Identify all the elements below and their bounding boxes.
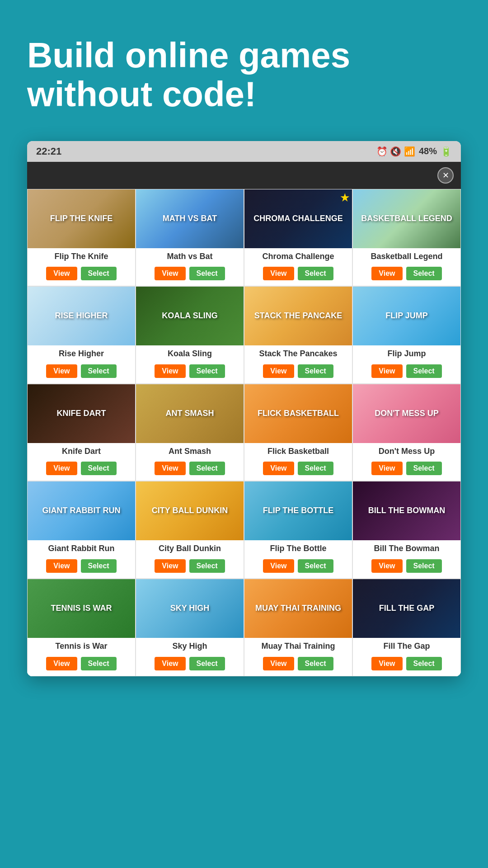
view-button-bill-bowman[interactable]: View [371, 559, 402, 573]
game-name-flip-bottle: Flip The Bottle [268, 540, 328, 556]
status-bar: 22:21 ⏰ 🔇 📶 48% 🔋 [27, 141, 461, 162]
game-thumb-dont-mess: DON'T MESS UP [353, 384, 460, 443]
view-button-koala[interactable]: View [155, 364, 185, 378]
view-button-chroma[interactable]: View [263, 267, 294, 280]
select-button-flip-jump[interactable]: Select [406, 364, 442, 378]
game-thumb-bill-bowman: BILL THE BOWMAN [353, 481, 460, 540]
select-button-muay-thai[interactable]: Select [298, 657, 333, 670]
game-buttons-stack-pancake: View Select [259, 361, 337, 383]
select-button-rise-higher[interactable]: Select [81, 364, 117, 378]
select-button-bill-bowman[interactable]: Select [406, 559, 442, 573]
game-name-chroma: Chroma Challenge [260, 248, 336, 264]
game-buttons-flip-jump: View Select [368, 361, 445, 383]
view-button-knife-dart[interactable]: View [46, 462, 77, 475]
game-card-flick-basketball: FLICK BASKETBALL Flick Basketball View S… [244, 384, 352, 481]
view-button-rise-higher[interactable]: View [46, 364, 77, 378]
game-thumb-text-city-ball: CITY BALL DUNKIN [148, 503, 231, 519]
game-name-flick-basketball: Flick Basketball [266, 443, 331, 458]
view-button-flip-bottle[interactable]: View [263, 559, 294, 573]
select-button-koala[interactable]: Select [189, 364, 225, 378]
select-button-chroma[interactable]: Select [298, 267, 333, 280]
game-thumb-text-flip-jump: FLIP JUMP [382, 308, 432, 324]
select-button-ant-smash[interactable]: Select [189, 462, 225, 475]
game-name-knife-dart: Knife Dart [60, 443, 103, 458]
game-thumb-koala: KOALA SLING [136, 287, 244, 345]
game-thumb-text-flip-knife: FLIP THE KNIFE [47, 211, 117, 227]
game-buttons-flip-bottle: View Select [259, 556, 337, 578]
view-button-muay-thai[interactable]: View [263, 657, 294, 670]
game-name-flip-knife: Flip The Knife [53, 248, 110, 264]
game-card-chroma: CHROMA CHALLENGE ★ Chroma Challenge View… [244, 189, 352, 287]
view-button-city-ball[interactable]: View [155, 559, 185, 573]
select-button-sky-high[interactable]: Select [189, 657, 225, 670]
game-buttons-ant-smash: View Select [151, 458, 228, 481]
game-name-math-bat: Math vs Bat [165, 248, 214, 264]
select-button-flip-bottle[interactable]: Select [298, 559, 333, 573]
game-thumb-text-math-bat: MATH VS BAT [159, 211, 221, 227]
game-buttons-koala: View Select [151, 361, 228, 383]
game-thumb-text-sky-high: SKY HIGH [167, 600, 213, 617]
game-buttons-basketball: View Select [368, 263, 445, 286]
game-thumb-text-knife-dart: KNIFE DART [53, 406, 110, 422]
view-button-dont-mess[interactable]: View [371, 462, 402, 475]
select-button-tennis[interactable]: Select [81, 657, 117, 670]
status-battery: 48% [419, 146, 437, 156]
game-card-tennis: TENNIS IS WAR Tennis is War View Select [27, 579, 136, 676]
game-name-basketball: Basketball Legend [369, 248, 444, 264]
view-button-tennis[interactable]: View [46, 657, 77, 670]
select-button-flick-basketball[interactable]: Select [298, 462, 333, 475]
game-name-rise-higher: Rise Higher [57, 345, 106, 361]
game-thumb-city-ball: CITY BALL DUNKIN [136, 481, 244, 540]
view-button-fill-gap[interactable]: View [371, 657, 402, 670]
close-button[interactable]: ✕ [437, 167, 454, 184]
game-thumb-text-fill-gap: FILL THE GAP [375, 600, 438, 617]
select-button-giant-rabbit[interactable]: Select [81, 559, 117, 573]
hero-section: Build online games without code! [0, 0, 488, 141]
game-card-ant-smash: ANT SMASH Ant Smash View Select [136, 384, 244, 481]
game-thumb-tennis: TENNIS IS WAR [28, 579, 135, 638]
game-name-tennis: Tennis is War [53, 638, 109, 653]
game-name-bill-bowman: Bill The Bowman [372, 540, 441, 556]
game-card-knife-dart: KNIFE DART Knife Dart View Select [27, 384, 136, 481]
select-button-math-bat[interactable]: Select [189, 267, 225, 280]
game-thumb-rise-higher: RISE HIGHER [28, 287, 135, 345]
game-thumb-giant-rabbit: GIANT RABBIT RUN [28, 481, 135, 540]
game-thumb-muay-thai: MUAY THAI TRAINING [244, 579, 352, 638]
select-button-flip-knife[interactable]: Select [81, 267, 117, 280]
game-thumb-text-rise-higher: RISE HIGHER [51, 308, 111, 324]
select-button-dont-mess[interactable]: Select [406, 462, 442, 475]
game-thumb-knife-dart: KNIFE DART [28, 384, 135, 443]
select-button-fill-gap[interactable]: Select [406, 657, 442, 670]
view-button-flick-basketball[interactable]: View [263, 462, 294, 475]
select-button-stack-pancake[interactable]: Select [298, 364, 333, 378]
view-button-giant-rabbit[interactable]: View [46, 559, 77, 573]
game-card-bill-bowman: BILL THE BOWMAN Bill The Bowman View Sel… [352, 481, 461, 579]
game-thumb-text-bill-bowman: BILL THE BOWMAN [365, 503, 449, 519]
view-button-sky-high[interactable]: View [155, 657, 185, 670]
game-buttons-flip-knife: View Select [42, 263, 120, 286]
game-thumb-flip-jump: FLIP JUMP [353, 287, 460, 345]
game-card-dont-mess: DON'T MESS UP Don't Mess Up View Select [352, 384, 461, 481]
game-name-giant-rabbit: Giant Rabbit Run [47, 540, 117, 556]
battery-icon: 🔋 [441, 146, 452, 157]
select-button-basketball[interactable]: Select [406, 267, 442, 280]
view-button-stack-pancake[interactable]: View [263, 364, 294, 378]
game-card-flip-knife: FLIP THE KNIFE Flip The Knife View Selec… [27, 189, 136, 287]
game-buttons-muay-thai: View Select [259, 653, 337, 676]
view-button-flip-jump[interactable]: View [371, 364, 402, 378]
view-button-math-bat[interactable]: View [155, 267, 185, 280]
game-name-koala: Koala Sling [166, 345, 214, 361]
game-thumb-text-dont-mess: DON'T MESS UP [371, 406, 442, 422]
game-card-flip-bottle: FLIP THE BOTTLE Flip The Bottle View Sel… [244, 481, 352, 579]
game-thumb-text-stack-pancake: STACK THE PANCAKE [251, 308, 346, 324]
game-card-city-ball: CITY BALL DUNKIN City Ball Dunkin View S… [136, 481, 244, 579]
game-card-basketball: BASKETBALL LEGEND Basketball Legend View… [352, 189, 461, 287]
view-button-basketball[interactable]: View [371, 267, 402, 280]
game-thumb-text-giant-rabbit: GIANT RABBIT RUN [39, 503, 124, 519]
select-button-knife-dart[interactable]: Select [81, 462, 117, 475]
view-button-ant-smash[interactable]: View [155, 462, 185, 475]
view-button-flip-knife[interactable]: View [46, 267, 77, 280]
select-button-city-ball[interactable]: Select [189, 559, 225, 573]
game-thumb-text-flip-bottle: FLIP THE BOTTLE [259, 503, 338, 519]
game-thumb-flip-bottle: FLIP THE BOTTLE [244, 481, 352, 540]
